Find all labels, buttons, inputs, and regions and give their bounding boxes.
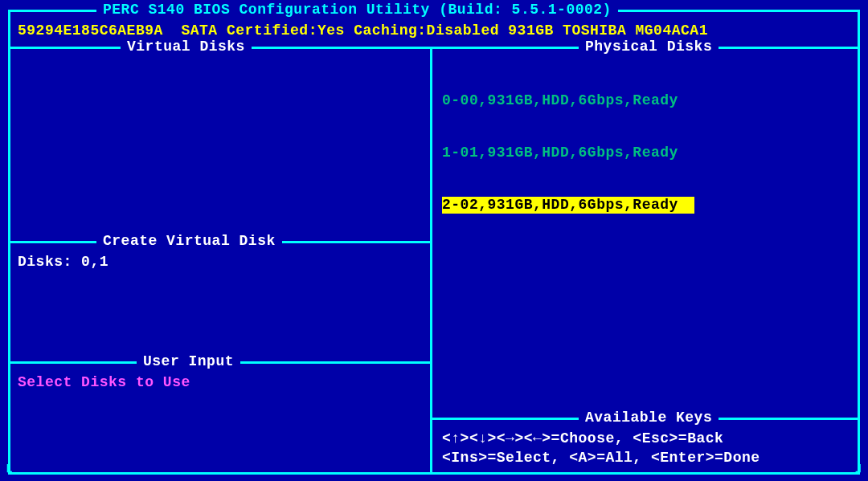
center-divider <box>430 47 432 472</box>
create-vd-title: Create Virtual Disk <box>96 233 282 251</box>
physical-disk-item[interactable]: 1-01,931GB,HDD,6Gbps,Ready <box>442 145 694 162</box>
physical-disk-item-selected[interactable]: 2-02,931GB,HDD,6Gbps,Ready <box>442 197 694 214</box>
available-keys-line2: <Ins>=Select, <A>=All, <Enter>=Done <box>442 450 760 467</box>
physical-disk-item[interactable]: 0-00,931GB,HDD,6Gbps,Ready <box>442 92 694 110</box>
virtual-disks-title: Virtual Disks <box>121 39 252 56</box>
user-input-title: User Input <box>137 353 240 371</box>
page-title: PERC S140 BIOS Configuration Utility (Bu… <box>96 2 618 19</box>
user-input-prompt: Select Disks to Use <box>18 374 190 392</box>
physical-disks-list[interactable]: 0-00,931GB,HDD,6Gbps,Ready 1-01,931GB,HD… <box>442 58 694 249</box>
create-vd-disks: Disks: 0,1 <box>18 254 108 271</box>
bios-screen: └ ┘ PERC S140 BIOS Configuration Utility… <box>0 0 868 481</box>
available-keys-line1: <↑><↓><→><←>=Choose, <Esc>=Back <box>442 430 723 448</box>
status-line: 59294E185C6AEB9A SATA Certified:Yes Cach… <box>18 22 708 40</box>
outer-right-border <box>858 10 860 475</box>
corner-bl: └ <box>3 464 12 481</box>
virtual-disks-panel[interactable] <box>18 58 420 226</box>
physical-disks-title: Physical Disks <box>579 39 719 56</box>
corner-br: ┘ <box>856 464 865 481</box>
available-keys-title: Available Keys <box>579 410 719 427</box>
outer-bottom-border <box>8 472 860 475</box>
